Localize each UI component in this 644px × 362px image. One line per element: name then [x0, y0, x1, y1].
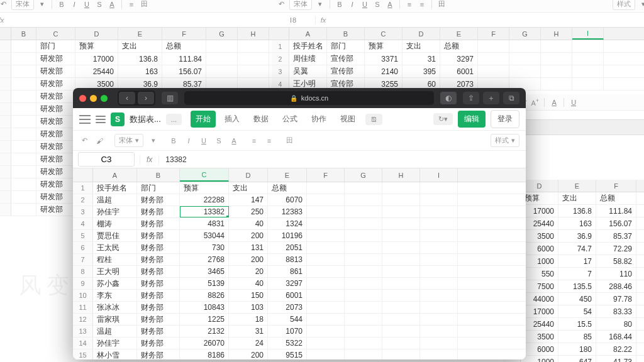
cell[interactable]: 2140 [365, 65, 402, 77]
cell[interactable]: 17000 [521, 205, 558, 217]
cell[interactable] [636, 243, 644, 255]
cell[interactable] [420, 314, 458, 325]
cell[interactable]: 2051 [268, 242, 307, 253]
close-icon[interactable] [79, 95, 86, 102]
cell[interactable]: 财务部 [137, 266, 180, 277]
cell[interactable] [572, 40, 604, 52]
cell[interactable]: 总额 [162, 40, 206, 52]
more-button[interactable]: ... [166, 114, 182, 125]
cell[interactable]: 研发部 [36, 90, 75, 102]
cell[interactable]: 8813 [268, 254, 307, 265]
cell[interactable]: 总额 [440, 40, 478, 52]
cell[interactable] [238, 40, 269, 52]
undo-icon[interactable]: ↶ [0, 0, 8, 9]
tab-插入[interactable]: 插入 [219, 111, 245, 128]
cell[interactable]: 投手姓名 [93, 182, 137, 194]
col-header[interactable]: A [289, 28, 327, 40]
cell-ref[interactable]: I8 [272, 16, 316, 24]
cell[interactable]: 25440 [75, 65, 118, 77]
cell[interactable]: 647 [558, 356, 596, 362]
cell[interactable]: 36.9 [558, 230, 596, 242]
cell[interactable]: 7500 [521, 280, 558, 292]
cell[interactable]: 研发部 [36, 153, 75, 165]
cell[interactable]: 王大明 [93, 266, 137, 277]
cell[interactable] [345, 290, 382, 301]
border-icon[interactable]: 田 [140, 0, 148, 9]
newtab-icon[interactable]: ＋ [483, 92, 499, 104]
cell[interactable] [572, 53, 604, 65]
window-controls[interactable] [79, 95, 108, 102]
cell[interactable] [345, 326, 382, 337]
cell-ref-input[interactable] [78, 152, 135, 167]
cell[interactable]: 168.44 [596, 331, 636, 343]
login-button[interactable]: 登录 [491, 110, 519, 128]
cell[interactable] [11, 90, 36, 102]
spreadsheet-grid[interactable]: ABCDEFGHI1投手姓名部门预算支出总额2温超财务部222881476070… [73, 168, 526, 359]
cell[interactable]: 156.07 [596, 217, 636, 229]
cell[interactable] [382, 206, 420, 217]
cell[interactable] [420, 218, 458, 229]
cell[interactable] [11, 103, 36, 115]
cell[interactable]: 部门 [327, 40, 365, 52]
cell[interactable] [382, 266, 420, 277]
col-header[interactable]: F [162, 28, 206, 40]
cell[interactable]: 24 [229, 337, 268, 349]
cell[interactable] [11, 204, 36, 216]
cell[interactable]: 72.29 [596, 243, 636, 255]
cell[interactable] [636, 356, 644, 362]
cell[interactable] [11, 178, 36, 190]
cell[interactable] [382, 314, 420, 325]
cell[interactable]: 投手姓名 [289, 40, 327, 52]
row-header[interactable]: 3 [272, 65, 289, 77]
cell[interactable]: 研发部 [36, 204, 75, 216]
tab-协作[interactable]: 协作 [306, 111, 331, 128]
tab-开始[interactable]: 开始 [191, 111, 216, 128]
cell[interactable]: 31 [229, 326, 268, 337]
row-header[interactable]: 12 [73, 314, 93, 325]
cell[interactable]: 3297 [268, 278, 307, 289]
cell[interactable]: 财务部 [137, 337, 180, 349]
cell[interactable] [11, 191, 36, 203]
row-header[interactable]: 3 [73, 206, 93, 217]
cell[interactable]: 6001 [440, 65, 478, 77]
cell[interactable] [636, 217, 644, 229]
cell[interactable]: 544 [268, 314, 307, 325]
cell[interactable] [11, 153, 36, 165]
cell[interactable]: 研发部 [36, 166, 75, 178]
cell[interactable]: 预算 [180, 182, 229, 194]
cell[interactable]: 135.5 [558, 280, 596, 292]
cell[interactable]: 41.73 [596, 356, 636, 362]
cell[interactable] [307, 230, 345, 241]
cell[interactable]: 12383 [268, 206, 307, 217]
col-header[interactable]: G [345, 168, 382, 182]
cell[interactable] [636, 230, 644, 242]
cell[interactable] [345, 349, 382, 359]
cell[interactable]: 10196 [268, 230, 307, 241]
cell[interactable]: 17000 [75, 53, 118, 65]
cell[interactable] [307, 337, 345, 349]
col-header[interactable]: D [521, 180, 558, 192]
cell[interactable] [11, 141, 36, 153]
cell[interactable] [509, 65, 541, 77]
col-header[interactable]: E [558, 180, 596, 192]
col-header[interactable]: H [541, 28, 572, 40]
col-header[interactable]: C [36, 28, 75, 40]
cell[interactable]: 预算 [521, 192, 558, 204]
cell[interactable] [509, 40, 541, 52]
cell[interactable]: 7 [558, 268, 596, 280]
undo-icon[interactable]: ↶ [79, 136, 89, 146]
address-bar[interactable]: 🔒 kdocs.cn [184, 91, 434, 105]
cell[interactable]: 6000 [521, 343, 558, 355]
share-icon[interactable]: ⇪ [463, 92, 479, 104]
col-header[interactable]: I [420, 168, 458, 182]
cell[interactable]: 200 [229, 230, 268, 241]
cell[interactable]: 棚涛 [93, 218, 137, 229]
cell[interactable]: 1070 [268, 326, 307, 337]
cell[interactable]: 预算 [365, 40, 402, 52]
col-header[interactable]: B [137, 168, 180, 182]
cell[interactable]: 4831 [180, 218, 229, 229]
cell[interactable]: 研发部 [36, 178, 75, 190]
cell[interactable]: 83.33 [596, 305, 636, 317]
row-header[interactable]: 8 [73, 266, 93, 277]
col-header[interactable]: D [229, 168, 268, 182]
